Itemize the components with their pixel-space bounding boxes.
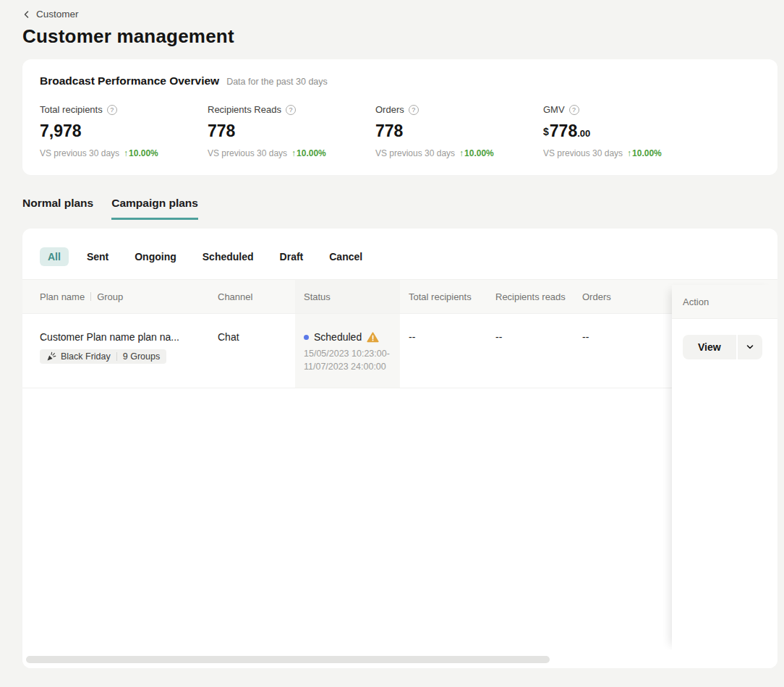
metric-value: 7,978 <box>40 121 208 141</box>
metric-value: $778.00 <box>543 121 711 141</box>
column-action-label: Action <box>672 285 777 319</box>
compare-label: VS previous 30 days <box>375 148 455 158</box>
metric-label: Orders <box>375 104 404 115</box>
horizontal-scrollbar <box>22 650 777 668</box>
broadcast-performance-card: Broadcast Performance Overview Data for … <box>22 59 777 175</box>
metric-total-recipients: Total recipients ? 7,978 VS previous 30 … <box>40 104 208 158</box>
column-channel: Channel <box>218 291 295 302</box>
filter-sent[interactable]: Sent <box>79 247 116 266</box>
column-plan-label: Plan name <box>40 291 85 302</box>
status-cell: Scheduled 15/05/2023 10:23:00- 11/07/202… <box>295 314 400 388</box>
campaign-tag[interactable]: Black Friday 9 Groups <box>40 349 166 364</box>
back-label: Customer <box>36 9 79 20</box>
row-action-button: View <box>683 335 762 359</box>
recipients-reads-cell: -- <box>487 314 574 388</box>
metric-label: GMV <box>543 104 565 115</box>
metrics-row: Total recipients ? 7,978 VS previous 30 … <box>40 104 760 158</box>
plan-cell: Customer Plan name plan na... Black Frid… <box>40 314 218 388</box>
column-status-cell: Status <box>295 280 400 313</box>
channel-cell: Chat <box>218 314 295 388</box>
table-row: Customer Plan name plan na... Black Frid… <box>22 314 777 388</box>
metric-recipients-reads: Recipients Reads ? 778 VS previous 30 da… <box>208 104 375 158</box>
status-date-end: 11/07/2023 24:00:00 <box>304 360 400 373</box>
plan-tabs: Normal plans Campaign plans <box>22 197 777 220</box>
column-plan-group: Plan name Group <box>40 291 218 302</box>
chevron-left-icon <box>22 10 31 19</box>
view-button[interactable]: View <box>683 335 736 359</box>
delta-badge: ↑10.00% <box>627 148 662 158</box>
delta-value: 10.00% <box>129 148 158 158</box>
status-date-start: 15/05/2023 10:23:00- <box>304 347 400 360</box>
card-subtitle: Data for the past 30 days <box>226 77 328 87</box>
tag-separator <box>116 352 117 361</box>
metric-gmv: GMV ? $778.00 VS previous 30 days ↑10.00… <box>543 104 711 158</box>
delta-value: 10.00% <box>632 148 662 158</box>
metric-value: 778 <box>375 121 543 141</box>
column-separator <box>90 292 91 301</box>
help-icon[interactable]: ? <box>409 105 419 115</box>
currency-prefix: $ <box>543 126 549 137</box>
tab-campaign-plans[interactable]: Campaign plans <box>111 197 198 220</box>
delta-badge: ↑10.00% <box>124 148 158 158</box>
tag-name: Black Friday <box>61 351 111 362</box>
metric-label: Total recipients <box>40 104 103 115</box>
column-total-recipients: Total recipients <box>400 291 487 302</box>
compare-label: VS previous 30 days <box>208 148 287 158</box>
metric-label: Recipients Reads <box>208 104 281 115</box>
column-recipients-reads: Recipients reads <box>487 291 574 302</box>
action-column: Action View <box>672 285 777 650</box>
column-group-label: Group <box>97 291 123 302</box>
party-popper-icon <box>46 351 56 362</box>
tab-normal-plans[interactable]: Normal plans <box>22 197 93 220</box>
filter-ongoing[interactable]: Ongoing <box>127 247 184 266</box>
status-filter-chips: All Sent Ongoing Scheduled Draft Cancel <box>22 229 777 266</box>
gmv-amount: 778 <box>550 121 577 140</box>
help-icon[interactable]: ? <box>569 105 579 115</box>
warning-icon[interactable] <box>367 332 379 343</box>
plan-name: Customer Plan name plan na... <box>40 331 218 343</box>
status-label: Scheduled <box>314 331 362 343</box>
scrollbar-thumb[interactable] <box>26 656 550 663</box>
page-title: Customer management <box>22 25 777 48</box>
arrow-up-icon: ↑ <box>459 148 464 158</box>
total-recipients-cell: -- <box>400 314 487 388</box>
arrow-up-icon: ↑ <box>124 148 128 158</box>
filter-all[interactable]: All <box>40 247 69 266</box>
filter-cancel[interactable]: Cancel <box>321 247 370 266</box>
arrow-up-icon: ↑ <box>627 148 631 158</box>
help-icon[interactable]: ? <box>286 105 296 115</box>
delta-badge: ↑10.00% <box>291 148 326 158</box>
column-status-label: Status <box>295 291 331 302</box>
back-link[interactable]: Customer <box>22 0 777 20</box>
help-icon[interactable]: ? <box>107 105 117 115</box>
customer-management-page: Customer Customer management Broadcast P… <box>22 0 777 668</box>
more-actions-button[interactable] <box>738 335 762 359</box>
card-title: Broadcast Performance Overview <box>40 74 219 88</box>
gmv-cents: .00 <box>577 128 590 139</box>
tag-groups: 9 Groups <box>123 351 160 362</box>
filter-draft[interactable]: Draft <box>272 247 312 266</box>
filter-scheduled[interactable]: Scheduled <box>195 247 262 266</box>
table-header: Plan name Group Channel Status Total rec… <box>22 280 777 314</box>
campaign-plans-panel: All Sent Ongoing Scheduled Draft Cancel … <box>22 229 777 668</box>
delta-value: 10.00% <box>297 148 326 158</box>
delta-badge: ↑10.00% <box>459 148 494 158</box>
arrow-up-icon: ↑ <box>291 148 296 158</box>
metric-value: 778 <box>208 121 375 141</box>
compare-label: VS previous 30 days <box>543 148 623 158</box>
chevron-down-icon <box>746 343 754 351</box>
metric-orders: Orders ? 778 VS previous 30 days ↑10.00% <box>375 104 543 158</box>
compare-label: VS previous 30 days <box>40 148 119 158</box>
scheduled-dot-icon <box>304 335 309 340</box>
delta-value: 10.00% <box>464 148 494 158</box>
